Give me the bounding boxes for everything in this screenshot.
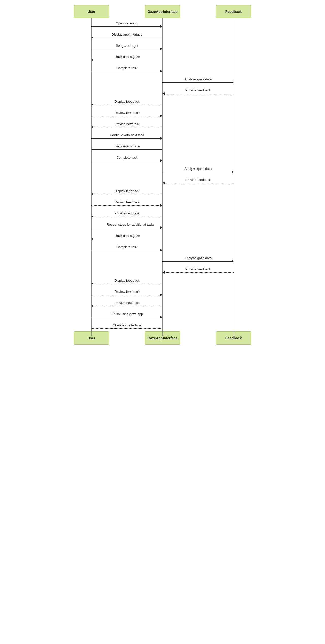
messages-container: Open gaze appDisplay app interfaceSet ga… bbox=[74, 18, 251, 331]
message-row: Complete task bbox=[74, 244, 251, 256]
arrow-line bbox=[162, 172, 232, 172]
message-label: Display feedback bbox=[107, 189, 147, 193]
sequence-area: Open gaze appDisplay app interfaceSet ga… bbox=[74, 18, 251, 331]
message-label: Provide feedback bbox=[178, 178, 218, 182]
arrowhead bbox=[91, 36, 93, 39]
arrow-line bbox=[91, 228, 160, 228]
message-row: Review feedback bbox=[74, 289, 251, 300]
arrowhead bbox=[160, 48, 162, 50]
arrowhead bbox=[91, 59, 93, 61]
arrow-line bbox=[91, 26, 160, 27]
message-label: Display feedback bbox=[107, 100, 147, 103]
arrow-line bbox=[91, 205, 160, 206]
arrow-line bbox=[93, 60, 162, 60]
message-row: Provide next task bbox=[74, 211, 251, 222]
arrow-line bbox=[93, 149, 162, 150]
message-label: Complete task bbox=[107, 245, 147, 249]
arrowhead bbox=[160, 204, 162, 207]
message-row: Provide feedback bbox=[74, 177, 251, 189]
message-row: Review feedback bbox=[74, 200, 251, 211]
message-row: Analyze gaze data bbox=[74, 77, 251, 88]
arrow-line bbox=[162, 261, 232, 262]
arrowhead bbox=[162, 271, 165, 274]
message-label: Track user's gaze bbox=[107, 234, 147, 238]
message-label: Complete task bbox=[107, 66, 147, 70]
arrowhead bbox=[91, 215, 93, 218]
participant-gaze: GazeAppInterface bbox=[145, 5, 180, 18]
message-label: Display feedback bbox=[107, 279, 147, 282]
message-label: Set gaze target bbox=[107, 44, 147, 48]
arrowhead bbox=[91, 327, 93, 330]
arrow-line bbox=[165, 272, 234, 273]
arrow-line bbox=[93, 194, 162, 194]
arrowhead bbox=[91, 103, 93, 106]
arrowhead bbox=[160, 249, 162, 251]
message-label: Analyze gaze data bbox=[178, 77, 218, 81]
message-label: Repeat steps for additional tasks bbox=[107, 223, 147, 226]
message-label: Open gaze app bbox=[107, 21, 147, 25]
message-row: Complete task bbox=[74, 66, 251, 77]
arrowhead bbox=[232, 81, 234, 84]
message-row: Provide next task bbox=[74, 121, 251, 133]
arrowhead bbox=[91, 193, 93, 195]
arrow-line bbox=[93, 239, 162, 239]
arrow-line bbox=[165, 183, 234, 183]
arrowhead bbox=[91, 282, 93, 285]
top-participants-row: UserGazeAppInterfaceFeedback bbox=[63, 5, 262, 18]
arrowhead bbox=[160, 294, 162, 296]
message-label: Provide next task bbox=[107, 122, 147, 126]
arrow-line bbox=[93, 105, 162, 105]
arrow-line bbox=[93, 306, 162, 306]
message-label: Track user's gaze bbox=[107, 144, 147, 148]
message-label: Review feedback bbox=[107, 111, 147, 115]
arrow-line bbox=[91, 49, 160, 49]
message-label: Finish using gaze app bbox=[107, 312, 147, 316]
arrowhead bbox=[160, 226, 162, 229]
message-row: Display app interface bbox=[74, 32, 251, 43]
message-row: Analyze gaze data bbox=[74, 166, 251, 177]
message-row: Provide feedback bbox=[74, 88, 251, 99]
arrow-line bbox=[91, 138, 160, 139]
arrow-line bbox=[93, 328, 162, 329]
message-row: Display feedback bbox=[74, 278, 251, 289]
sequence-diagram: UserGazeAppInterfaceFeedback Open gaze a… bbox=[63, 0, 262, 355]
arrowhead bbox=[91, 305, 93, 307]
arrowhead bbox=[160, 70, 162, 72]
message-row: Set gaze target bbox=[74, 43, 251, 54]
arrow-line bbox=[91, 71, 160, 71]
arrowhead bbox=[232, 260, 234, 263]
arrowhead bbox=[91, 126, 93, 128]
arrowhead bbox=[91, 238, 93, 240]
message-row: Track user's gaze bbox=[74, 233, 251, 244]
message-row: Open gaze app bbox=[74, 21, 251, 32]
arrowhead bbox=[160, 159, 162, 162]
message-row: Display feedback bbox=[74, 189, 251, 200]
participant-user: User bbox=[74, 5, 109, 18]
message-row: Provide feedback bbox=[74, 267, 251, 278]
arrow-line bbox=[93, 38, 162, 38]
arrowhead bbox=[160, 25, 162, 28]
message-label: Continue with next task bbox=[107, 133, 147, 137]
message-row: Complete task bbox=[74, 155, 251, 166]
message-label: Close app interface bbox=[107, 323, 147, 327]
message-row: Track user's gaze bbox=[74, 144, 251, 155]
arrowhead bbox=[160, 316, 162, 318]
message-row: Review feedback bbox=[74, 110, 251, 121]
arrow-line bbox=[162, 82, 232, 83]
message-row: Continue with next task bbox=[74, 133, 251, 144]
message-label: Display app interface bbox=[107, 33, 147, 36]
message-label: Analyze gaze data bbox=[178, 167, 218, 171]
arrowhead bbox=[91, 148, 93, 151]
message-label: Track user's gaze bbox=[107, 55, 147, 59]
arrow-line bbox=[93, 284, 162, 284]
message-label: Complete task bbox=[107, 156, 147, 159]
arrowhead bbox=[162, 92, 165, 95]
message-label: Provide feedback bbox=[178, 88, 218, 92]
arrowhead bbox=[232, 171, 234, 173]
arrow-line bbox=[91, 295, 160, 295]
arrowhead bbox=[160, 137, 162, 140]
arrowhead bbox=[160, 115, 162, 117]
arrowhead bbox=[162, 182, 165, 184]
arrow-line bbox=[91, 116, 160, 116]
message-label: Provide feedback bbox=[178, 267, 218, 271]
